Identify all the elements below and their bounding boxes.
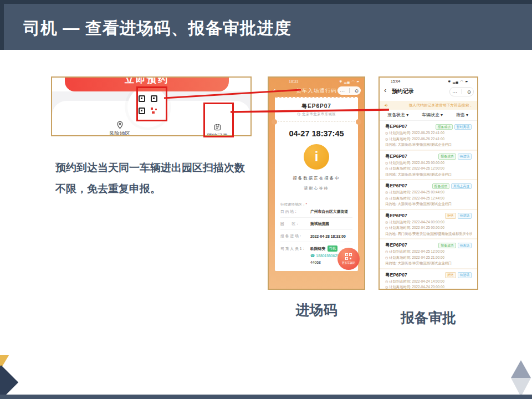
entry-pass-screenshot: 18:31 ✱ ▂▄ ◠ ▰ ‹ 货车入场通行码 ⋯ ⊙ 粤EP6P07 ◎ 北… <box>268 76 365 290</box>
field-value: 广州市白云区大源街道 <box>310 209 348 214</box>
filter-report-status[interactable]: 报备状态 ▾ <box>387 112 408 118</box>
pass-datetime: 04-27 18:37:45 <box>275 129 358 138</box>
miniprogram-capsule[interactable]: ⋯ ⊙ <box>337 86 361 95</box>
record-arrive-time: ◷计划到达时间: 2022-04-24 14:00:00 <box>385 279 472 285</box>
miniprogram-capsule[interactable]: ⋯ ⊙ <box>449 87 474 96</box>
clock-icon: ◷ <box>385 285 388 289</box>
status-badge: 报备成功 <box>432 183 449 190</box>
pass-status-main: 报备数据正在报备中 <box>275 176 358 181</box>
more-icon[interactable]: ⋯ <box>452 89 457 95</box>
highlight-box-records <box>203 103 234 137</box>
back-icon[interactable]: ‹ <box>384 86 386 94</box>
slide: 司机 — 查看进场码、报备审批进度 预约到达当天同一车辆进出园区扫描次数 不限，… <box>0 0 532 399</box>
record-arrive-time: ◷计划到达时间: 2022-04-25 00:00:00 <box>385 160 472 166</box>
filter-vehicle-status[interactable]: 车辆状态 ▾ <box>422 112 443 118</box>
record-destination: 目的地: 大源街道/林安物流园/测试企业档口 <box>385 172 472 177</box>
tab-risk-area[interactable]: 风险地区 <box>100 121 140 136</box>
record-plate: 粤EP6P07 <box>385 124 407 130</box>
record-leave-time: ◷计划离场时间: 2022-04-25 12:44:00 <box>385 196 472 202</box>
note-line-1: 预约到达当天同一车辆进出园区扫描次数 <box>55 157 247 178</box>
decor-gray-triangle-top <box>511 360 531 378</box>
nav-bar: ‹ 货车入场通行码 ⋯ ⊙ <box>269 85 364 96</box>
caption-approval: 报备审批 <box>378 309 478 327</box>
capsule-divider <box>462 89 462 94</box>
note-text: 预约到达当天同一车辆进出园区扫描次数 不限，免去重复申报。 <box>55 157 247 200</box>
status-time: 15:04 <box>391 79 401 83</box>
location-pin-icon <box>116 121 124 129</box>
record-destination: 目的地: 大源街道/林安物流园/测试企业档口 <box>385 201 472 207</box>
more-icon[interactable]: ⋯ <box>340 88 345 94</box>
clock-icon: ◷ <box>385 167 388 170</box>
record-leave-time: ◷计划离场时间: 2022-04-25 00:00:00 <box>385 225 472 231</box>
status-bar: 15:04 ✱ ▂▄ ◠ ▰ <box>385 79 473 85</box>
clock-icon: ◷ <box>385 161 388 165</box>
highlight-box-qr <box>136 86 167 121</box>
notice-banner: 他人代约的记录请滑动下方筛选搜索， <box>380 101 477 110</box>
qr-code-icon <box>345 253 352 260</box>
record-item[interactable]: 粤EP6P07 报备成功 待进场 ◷计划到达时间: 2022-04-25 00:… <box>380 150 477 180</box>
field-label: 司 乘 人 员 1： <box>280 246 310 252</box>
phone-number: 18801550629 <box>316 254 339 258</box>
record-plate: 粤EP6P07 <box>385 213 407 219</box>
status-badge: 报备成功 <box>436 124 453 130</box>
status-badge: 拒绝 <box>445 213 456 219</box>
info-icon: i <box>304 144 329 170</box>
clock-icon: ◷ <box>385 256 388 259</box>
nav-bar: ‹ 预约记录 ⋯ ⊙ <box>380 85 477 96</box>
status-badge: 待进场 <box>458 272 472 278</box>
record-plate: 粤EP6P07 <box>385 272 407 279</box>
record-item[interactable]: 粤EP6P07 报备成功 暂时离场 ◷计划到达时间: 2022-06-25 22… <box>380 121 477 150</box>
filter-bar: 报备状态 ▾ 车辆状态 ▾ 筛选 ▾ <box>380 110 477 121</box>
clock-icon: ◷ <box>385 197 388 200</box>
record-leave-time: ◷计划离场时间: 2022-06-26 22:41:00 <box>385 136 472 142</box>
record-item[interactable]: 粤EP6P07 拒绝 待进场 ◷计划到达时间: 2022-04-24 14:00… <box>380 268 477 289</box>
clock-icon: ◷ <box>385 280 388 283</box>
decor-gray-triangle-bottom <box>511 378 531 397</box>
more-vehicle-codes-button[interactable]: 更多车辆码 <box>337 248 360 270</box>
filter-more[interactable]: 筛选 ▾ <box>456 112 468 118</box>
status-icons: ✱ ▂▄ ◠ ▰ <box>339 79 360 83</box>
field-label: 报 备 进 场： <box>280 233 310 239</box>
status-badge: 报备成功 <box>438 154 456 160</box>
nav-title: 预约记录 <box>392 88 414 95</box>
clock-icon: ◷ <box>385 191 388 194</box>
field-value: 2022-04-28 18:33:00 <box>310 234 346 238</box>
status-badge: 暂时离场 <box>454 124 472 130</box>
status-badge: 待离场 <box>458 243 472 249</box>
target-icon[interactable]: ⊙ <box>355 88 359 94</box>
fab-label: 更多车辆码 <box>342 261 355 264</box>
record-destination: 目的地: 大源街道/林安物流园/测试企业档口 <box>385 260 472 266</box>
field-destination: 目 的 地： 广州市白云区大源街道 <box>280 206 352 217</box>
decor-navy-diamond <box>0 365 18 399</box>
record-arrive-time: ◷计划到达时间: 2022-06-25 22:41:00 <box>385 130 472 136</box>
page-title: 司机 — 查看进场码、报备审批进度 <box>23 17 291 40</box>
records-list: 粤EP6P07 报备成功 暂时离场 ◷计划到达时间: 2022-06-25 22… <box>380 121 477 289</box>
id-prefix: 44068 <box>310 260 321 264</box>
status-badge: 报备成功 <box>438 243 456 249</box>
status-badge: 待进场 <box>458 213 472 219</box>
record-leave-time: ◷计划离场时间: 2022-04-24 20:00:00 <box>385 284 472 289</box>
phone-icon: ☎ <box>310 254 315 258</box>
field-label: 目 的 地： <box>280 209 310 214</box>
field-park: 园 区： 测试物流园 <box>280 217 352 229</box>
pass-ticket-card: 粤EP6P07 ◎ 北京市北京市东城区 04-27 18:37:45 i 报备数… <box>275 97 358 271</box>
pass-status-sub: 请耐心等待 <box>275 186 358 191</box>
record-item[interactable]: 粤EP6P07 拒绝 待进场 ◷计划到达时间: 2022-04-24 00:00… <box>380 209 477 239</box>
pass-location: ◎ 北京市北京市东城区 <box>275 112 358 117</box>
record-item[interactable]: 粤EP6P07 报备成功 待离场 ◷计划到达时间: 2022-04-25 12:… <box>380 238 477 268</box>
field-label: 园 区： <box>280 221 310 227</box>
record-plate: 粤EP6P07 <box>385 154 407 160</box>
slide-footer-bar <box>0 395 532 399</box>
status-badge: 离场上高速 <box>451 183 472 190</box>
status-badge: 待进场 <box>458 154 472 160</box>
book-now-label: 立即预约 <box>65 78 229 86</box>
ticket-perforation <box>275 96 358 99</box>
status-time: 18:31 <box>289 79 299 83</box>
record-leave-time: ◷计划离场时间: 2022-04-25 21:00:00 <box>385 255 472 261</box>
record-leave-time: ◷计划离场时间: 2022-04-26 12:00:00 <box>385 166 472 172</box>
target-icon[interactable]: ⊙ <box>467 89 471 95</box>
record-arrive-time: ◷计划到达时间: 2022-04-25 00:44:00 <box>385 190 472 196</box>
record-item[interactable]: 粤EP6P07 报备成功 离场上高速 ◷计划到达时间: 2022-04-25 0… <box>380 179 477 209</box>
driver-role-badge: 司机 <box>328 245 337 252</box>
note-line-2: 不限，免去重复申报。 <box>55 178 247 200</box>
